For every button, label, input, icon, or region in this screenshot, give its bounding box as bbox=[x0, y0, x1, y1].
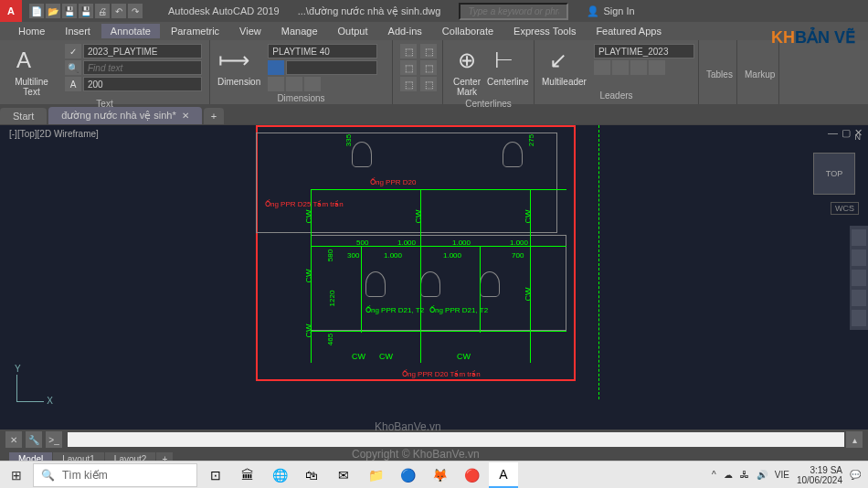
viewport-label[interactable]: [-][Top][2D Wireframe] bbox=[9, 129, 99, 139]
multileader-icon: ↙ bbox=[542, 44, 575, 77]
compass-n[interactable]: N bbox=[855, 133, 862, 142]
search-icon: 🔍 bbox=[41, 469, 55, 482]
clock[interactable]: 3:19 SA 10/06/2024 bbox=[797, 465, 842, 485]
taskview-icon[interactable]: ⊡ bbox=[201, 462, 230, 488]
app-logo[interactable]: A bbox=[0, 0, 22, 22]
abc-icon[interactable]: ✓ bbox=[65, 44, 81, 58]
centermark-button[interactable]: ⊕ Center Mark bbox=[450, 44, 483, 97]
pipe bbox=[311, 189, 566, 190]
chevron-up-icon[interactable]: ^ bbox=[712, 470, 716, 480]
tab-start[interactable]: Start bbox=[0, 108, 47, 124]
tab-express[interactable]: Express Tools bbox=[504, 24, 585, 38]
tab-parametric[interactable]: Parametric bbox=[162, 24, 228, 38]
signin-button[interactable]: 👤 Sign In bbox=[587, 5, 634, 17]
navwheel-icon[interactable] bbox=[852, 229, 866, 246]
centerline-button[interactable]: ⊢ Centerline bbox=[487, 44, 529, 87]
quick-dim-icon[interactable] bbox=[286, 77, 302, 91]
tool2-icon[interactable]: ⬚ bbox=[400, 60, 417, 75]
find-icon[interactable]: 🔍 bbox=[65, 60, 81, 75]
new-icon[interactable]: 📄 bbox=[29, 4, 44, 18]
tool4-icon[interactable]: ⬚ bbox=[420, 44, 437, 58]
explorer-icon[interactable]: 📁 bbox=[361, 462, 390, 488]
tab-addins[interactable]: Add-ins bbox=[379, 24, 431, 38]
onedrive-icon[interactable]: ☁ bbox=[724, 470, 733, 480]
ribbon: A Multiline Text ✓ 🔍 A Text ⟼ Dimension bbox=[0, 40, 868, 104]
store-icon[interactable]: 🛍 bbox=[297, 462, 326, 488]
leader-tool4-icon[interactable] bbox=[649, 60, 665, 75]
app-icon[interactable]: 🔵 bbox=[393, 462, 422, 488]
orbit-icon[interactable] bbox=[852, 290, 866, 306]
new-tab-button[interactable]: + bbox=[204, 108, 224, 124]
color-swatch[interactable] bbox=[268, 60, 284, 75]
app-title: Autodesk AutoCAD 2019 bbox=[168, 5, 280, 16]
panel-tables: Tables bbox=[699, 40, 737, 104]
tab-annotate[interactable]: Annotate bbox=[101, 24, 160, 38]
dimension-button[interactable]: ⟼ Dimension bbox=[217, 44, 260, 87]
redo-icon[interactable]: ↷ bbox=[128, 4, 143, 18]
help-search[interactable] bbox=[459, 3, 568, 20]
tab-view[interactable]: View bbox=[230, 24, 270, 38]
dim-style-select[interactable] bbox=[268, 44, 377, 58]
panel-markup: Markup bbox=[737, 40, 779, 104]
minimize-icon[interactable]: — bbox=[828, 127, 838, 139]
drawing-canvas[interactable]: [-][Top][2D Wireframe] — ▢ ✕ CW CW CW CW… bbox=[0, 124, 868, 430]
find-text-input[interactable] bbox=[83, 60, 202, 75]
volume-icon[interactable]: 🔊 bbox=[757, 470, 767, 480]
multileader-button[interactable]: ↙ Multileader bbox=[542, 44, 587, 87]
mail-icon[interactable]: ✉ bbox=[329, 462, 358, 488]
toilet-icon bbox=[480, 271, 500, 297]
tab-collaborate[interactable]: Collaborate bbox=[433, 24, 503, 38]
text-style-select[interactable] bbox=[83, 44, 202, 58]
notification-icon[interactable]: 💬 bbox=[850, 470, 861, 480]
language-indicator[interactable]: VIE bbox=[775, 470, 789, 480]
tab-home[interactable]: Home bbox=[9, 24, 54, 38]
pan-icon[interactable] bbox=[852, 249, 866, 266]
close-icon[interactable]: ✕ bbox=[182, 111, 189, 121]
close-icon[interactable]: ✕ bbox=[5, 431, 22, 448]
saveas-icon[interactable]: 💾 bbox=[79, 4, 93, 18]
tool3-icon[interactable]: ⬚ bbox=[400, 77, 417, 91]
multiline-text-button[interactable]: A Multiline Text bbox=[7, 44, 56, 97]
text-icon: A bbox=[7, 44, 40, 77]
undo-icon[interactable]: ↶ bbox=[111, 4, 126, 18]
windows-search[interactable]: 🔍 Tìm kiếm bbox=[33, 463, 197, 487]
leader-style-select[interactable] bbox=[594, 44, 694, 58]
tool5-icon[interactable]: ⬚ bbox=[420, 60, 437, 75]
linear-dim-icon[interactable] bbox=[268, 77, 284, 91]
dim-layer-select[interactable] bbox=[286, 60, 377, 75]
tab-insert[interactable]: Insert bbox=[56, 24, 100, 38]
plot-icon[interactable]: 🖨 bbox=[95, 4, 110, 18]
leader-tool2-icon[interactable] bbox=[612, 60, 629, 75]
tab-output[interactable]: Output bbox=[329, 24, 377, 38]
app-icon[interactable]: 🦊 bbox=[425, 462, 454, 488]
text-height-input[interactable] bbox=[83, 77, 202, 91]
tab-manage[interactable]: Manage bbox=[272, 24, 327, 38]
toilet-icon bbox=[352, 142, 372, 167]
zoom-icon[interactable] bbox=[852, 270, 866, 286]
chrome-icon[interactable]: 🔴 bbox=[457, 462, 486, 488]
tool1-icon[interactable]: ⬚ bbox=[400, 44, 417, 58]
network-icon[interactable]: 🖧 bbox=[740, 470, 749, 480]
start-button[interactable]: ⊞ bbox=[0, 461, 33, 489]
tab-current-drawing[interactable]: đường nước nhà vệ sinh*✕ bbox=[48, 107, 202, 124]
save-icon[interactable]: 💾 bbox=[62, 4, 77, 18]
restore-icon[interactable]: ▢ bbox=[842, 127, 851, 139]
wcs-label[interactable]: WCS bbox=[831, 202, 859, 215]
history-icon[interactable]: ▴ bbox=[846, 431, 863, 448]
leader-tool3-icon[interactable] bbox=[630, 60, 647, 75]
drawing-content: CW CW CW CW CW CW CW CW CW 335 275 580 1… bbox=[256, 125, 603, 399]
open-icon[interactable]: 📂 bbox=[46, 4, 60, 18]
leader-tool1-icon[interactable] bbox=[594, 60, 610, 75]
height-icon[interactable]: A bbox=[65, 77, 81, 91]
autocad-icon[interactable]: A bbox=[489, 462, 518, 488]
continue-dim-icon[interactable] bbox=[304, 77, 321, 91]
command-input[interactable] bbox=[68, 432, 844, 447]
file-name: ...\đường nước nhà vệ sinh.dwg bbox=[298, 5, 441, 17]
app-icon[interactable]: 🌐 bbox=[265, 462, 294, 488]
customize-icon[interactable]: 🔧 bbox=[26, 431, 42, 448]
view-cube[interactable]: TOP bbox=[813, 153, 855, 195]
showmotion-icon[interactable] bbox=[852, 310, 866, 326]
app-icon[interactable]: 🏛 bbox=[233, 462, 262, 488]
tool6-icon[interactable]: ⬚ bbox=[420, 77, 437, 91]
tab-featured[interactable]: Featured Apps bbox=[587, 24, 671, 38]
